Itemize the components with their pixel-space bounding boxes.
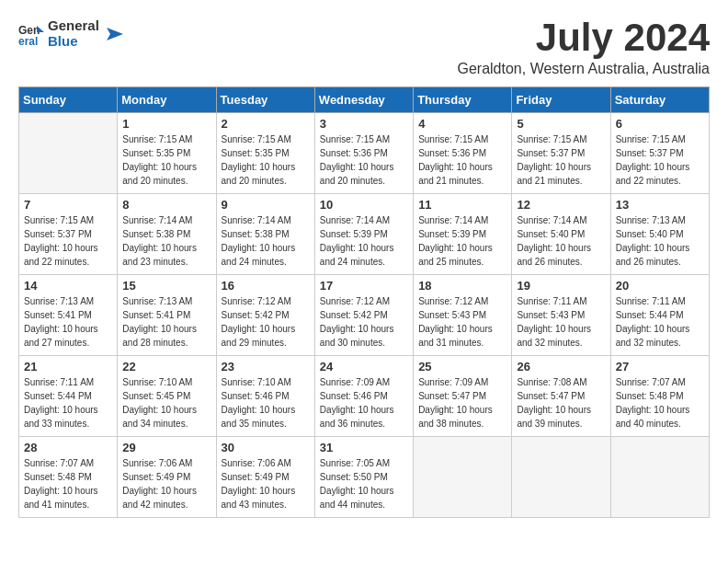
day-number: 21 (24, 360, 112, 373)
calendar-cell: 11Sunrise: 7:14 AM Sunset: 5:39 PM Dayli… (414, 194, 512, 275)
day-info: Sunrise: 7:13 AM Sunset: 5:41 PM Dayligh… (24, 294, 112, 350)
day-number: 31 (320, 441, 408, 454)
calendar-cell (19, 113, 118, 194)
day-info: Sunrise: 7:10 AM Sunset: 5:45 PM Dayligh… (122, 375, 210, 431)
day-number: 28 (24, 441, 112, 454)
calendar-cell: 1Sunrise: 7:15 AM Sunset: 5:35 PM Daylig… (118, 113, 216, 194)
page-header: Gen eral General Blue July 2024 Geraldto… (18, 18, 710, 77)
calendar-cell: 18Sunrise: 7:12 AM Sunset: 5:43 PM Dayli… (414, 275, 512, 356)
logo-general-text: General (48, 18, 99, 34)
day-info: Sunrise: 7:11 AM Sunset: 5:44 PM Dayligh… (24, 375, 112, 431)
day-number: 27 (616, 360, 704, 373)
header-monday: Monday (118, 87, 216, 113)
calendar-cell (512, 437, 610, 518)
logo: Gen eral General Blue (18, 18, 123, 49)
calendar-cell: 7Sunrise: 7:15 AM Sunset: 5:37 PM Daylig… (19, 194, 118, 275)
calendar-cell: 16Sunrise: 7:12 AM Sunset: 5:42 PM Dayli… (216, 275, 314, 356)
day-number: 19 (517, 279, 605, 293)
day-info: Sunrise: 7:06 AM Sunset: 5:49 PM Dayligh… (222, 456, 310, 511)
svg-marker-3 (107, 28, 123, 40)
day-number: 15 (122, 279, 210, 293)
day-number: 5 (517, 117, 605, 131)
header-thursday: Thursday (414, 87, 512, 113)
calendar-cell: 17Sunrise: 7:12 AM Sunset: 5:42 PM Dayli… (314, 275, 413, 356)
day-info: Sunrise: 7:15 AM Sunset: 5:36 PM Dayligh… (418, 132, 506, 188)
day-number: 16 (222, 279, 310, 293)
day-info: Sunrise: 7:13 AM Sunset: 5:40 PM Dayligh… (616, 213, 704, 269)
calendar-cell: 19Sunrise: 7:11 AM Sunset: 5:43 PM Dayli… (512, 275, 610, 356)
day-info: Sunrise: 7:09 AM Sunset: 5:47 PM Dayligh… (418, 375, 506, 431)
day-info: Sunrise: 7:14 AM Sunset: 5:39 PM Dayligh… (418, 213, 506, 269)
day-number: 26 (517, 360, 605, 373)
day-info: Sunrise: 7:07 AM Sunset: 5:48 PM Dayligh… (24, 456, 112, 511)
month-title: July 2024 (457, 18, 710, 57)
day-info: Sunrise: 7:15 AM Sunset: 5:37 PM Dayligh… (517, 132, 605, 188)
day-info: Sunrise: 7:15 AM Sunset: 5:37 PM Dayligh… (24, 213, 112, 269)
calendar-cell: 12Sunrise: 7:14 AM Sunset: 5:40 PM Dayli… (512, 194, 610, 275)
week-row-1: 7Sunrise: 7:15 AM Sunset: 5:37 PM Daylig… (19, 194, 710, 275)
logo-icon: Gen eral (18, 21, 44, 47)
day-number: 1 (122, 117, 210, 131)
calendar-cell: 5Sunrise: 7:15 AM Sunset: 5:37 PM Daylig… (512, 113, 610, 194)
calendar-cell: 3Sunrise: 7:15 AM Sunset: 5:36 PM Daylig… (314, 113, 413, 194)
day-info: Sunrise: 7:15 AM Sunset: 5:35 PM Dayligh… (122, 132, 210, 188)
calendar-cell: 15Sunrise: 7:13 AM Sunset: 5:41 PM Dayli… (118, 275, 216, 356)
day-number: 4 (418, 117, 506, 131)
week-row-4: 28Sunrise: 7:07 AM Sunset: 5:48 PM Dayli… (19, 437, 710, 518)
svg-text:eral: eral (18, 35, 38, 47)
day-number: 17 (320, 279, 408, 293)
location-title: Geraldton, Western Australia, Australia (457, 61, 710, 77)
day-number: 2 (222, 117, 310, 131)
day-number: 24 (320, 360, 408, 373)
day-info: Sunrise: 7:06 AM Sunset: 5:49 PM Dayligh… (122, 456, 210, 511)
day-info: Sunrise: 7:12 AM Sunset: 5:43 PM Dayligh… (418, 294, 506, 350)
day-info: Sunrise: 7:08 AM Sunset: 5:47 PM Dayligh… (517, 375, 605, 431)
calendar-cell: 30Sunrise: 7:06 AM Sunset: 5:49 PM Dayli… (216, 437, 314, 518)
day-info: Sunrise: 7:14 AM Sunset: 5:39 PM Dayligh… (320, 213, 408, 269)
calendar-cell: 13Sunrise: 7:13 AM Sunset: 5:40 PM Dayli… (610, 194, 709, 275)
day-number: 8 (122, 198, 210, 212)
day-number: 6 (616, 117, 704, 131)
calendar-cell: 4Sunrise: 7:15 AM Sunset: 5:36 PM Daylig… (414, 113, 512, 194)
calendar-cell: 9Sunrise: 7:14 AM Sunset: 5:38 PM Daylig… (216, 194, 314, 275)
day-info: Sunrise: 7:15 AM Sunset: 5:36 PM Dayligh… (320, 132, 408, 188)
calendar-cell: 27Sunrise: 7:07 AM Sunset: 5:48 PM Dayli… (610, 356, 709, 437)
header-wednesday: Wednesday (314, 87, 413, 113)
calendar-cell: 23Sunrise: 7:10 AM Sunset: 5:46 PM Dayli… (216, 356, 314, 437)
day-info: Sunrise: 7:15 AM Sunset: 5:37 PM Dayligh… (616, 132, 704, 188)
day-info: Sunrise: 7:15 AM Sunset: 5:35 PM Dayligh… (222, 132, 310, 188)
week-row-0: 1Sunrise: 7:15 AM Sunset: 5:35 PM Daylig… (19, 113, 710, 194)
calendar-cell: 25Sunrise: 7:09 AM Sunset: 5:47 PM Dayli… (414, 356, 512, 437)
day-number: 10 (320, 198, 408, 212)
day-number: 29 (122, 441, 210, 454)
day-number: 9 (222, 198, 310, 212)
day-info: Sunrise: 7:14 AM Sunset: 5:38 PM Dayligh… (122, 213, 210, 269)
day-info: Sunrise: 7:05 AM Sunset: 5:50 PM Dayligh… (320, 456, 408, 511)
day-number: 20 (616, 279, 704, 293)
calendar-cell: 21Sunrise: 7:11 AM Sunset: 5:44 PM Dayli… (19, 356, 118, 437)
day-info: Sunrise: 7:14 AM Sunset: 5:38 PM Dayligh… (222, 213, 310, 269)
calendar-table: SundayMondayTuesdayWednesdayThursdayFrid… (18, 86, 710, 518)
day-info: Sunrise: 7:14 AM Sunset: 5:40 PM Dayligh… (517, 213, 605, 269)
header-tuesday: Tuesday (216, 87, 314, 113)
day-info: Sunrise: 7:09 AM Sunset: 5:46 PM Dayligh… (320, 375, 408, 431)
day-number: 30 (222, 441, 310, 454)
day-info: Sunrise: 7:11 AM Sunset: 5:43 PM Dayligh… (517, 294, 605, 350)
day-number: 22 (122, 360, 210, 373)
day-info: Sunrise: 7:12 AM Sunset: 5:42 PM Dayligh… (222, 294, 310, 350)
calendar-cell: 26Sunrise: 7:08 AM Sunset: 5:47 PM Dayli… (512, 356, 610, 437)
calendar-cell: 29Sunrise: 7:06 AM Sunset: 5:49 PM Dayli… (118, 437, 216, 518)
day-number: 13 (616, 198, 704, 212)
calendar-cell: 20Sunrise: 7:11 AM Sunset: 5:44 PM Dayli… (610, 275, 709, 356)
calendar-cell: 22Sunrise: 7:10 AM Sunset: 5:45 PM Dayli… (118, 356, 216, 437)
day-number: 18 (418, 279, 506, 293)
calendar-cell: 6Sunrise: 7:15 AM Sunset: 5:37 PM Daylig… (610, 113, 709, 194)
day-info: Sunrise: 7:12 AM Sunset: 5:42 PM Dayligh… (320, 294, 408, 350)
calendar-cell: 10Sunrise: 7:14 AM Sunset: 5:39 PM Dayli… (314, 194, 413, 275)
calendar-cell (414, 437, 512, 518)
day-number: 23 (222, 360, 310, 373)
day-info: Sunrise: 7:11 AM Sunset: 5:44 PM Dayligh… (616, 294, 704, 350)
calendar-cell: 28Sunrise: 7:07 AM Sunset: 5:48 PM Dayli… (19, 437, 118, 518)
header-row: SundayMondayTuesdayWednesdayThursdayFrid… (19, 87, 710, 113)
day-info: Sunrise: 7:10 AM Sunset: 5:46 PM Dayligh… (222, 375, 310, 431)
